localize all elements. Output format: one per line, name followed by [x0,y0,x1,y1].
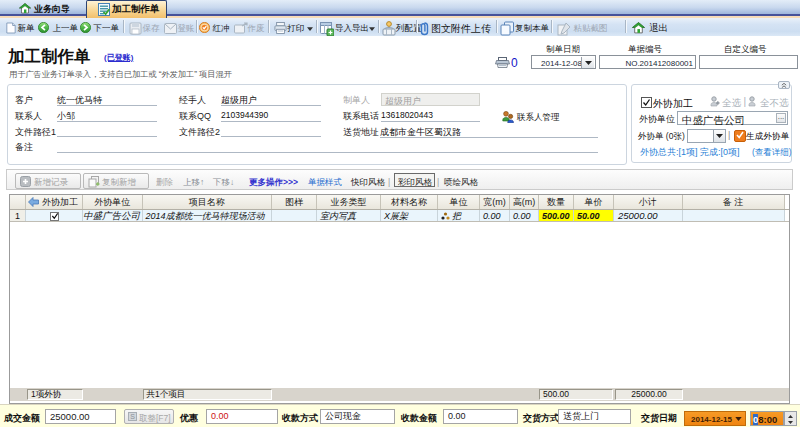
svg-text:S: S [130,413,135,420]
